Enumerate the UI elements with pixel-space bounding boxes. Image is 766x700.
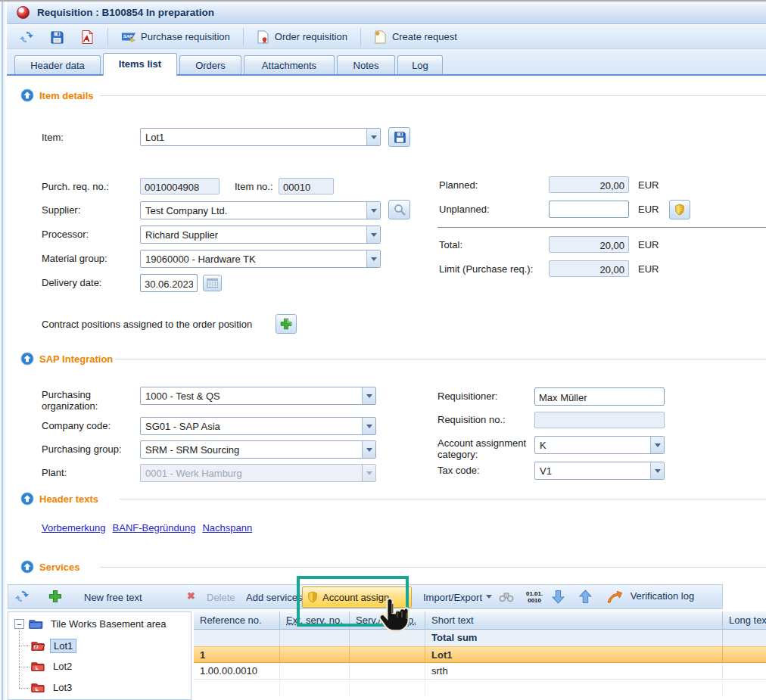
material-group-dropdown[interactable]: 19060000 - Hardware TK: [140, 250, 381, 268]
add-contract-position-button[interactable]: [276, 314, 297, 334]
services-section-header: Services: [20, 560, 80, 574]
processor-dropdown[interactable]: Richard Supplier: [140, 226, 381, 244]
company-code-dropdown[interactable]: SG01 - SAP Asia: [140, 417, 376, 435]
calendar-button[interactable]: [203, 275, 222, 291]
purchasing-group-dropdown[interactable]: SRM - SRM Sourcing: [140, 440, 376, 459]
preview-button[interactable]: [499, 592, 514, 605]
order-requisition-button[interactable]: Order requisition: [252, 28, 352, 46]
save-button[interactable]: [45, 27, 69, 47]
unplanned-field[interactable]: [549, 201, 629, 218]
date-icon[interactable]: 01.01.0010: [526, 590, 543, 604]
move-up-button[interactable]: [579, 590, 592, 606]
chevron-down-icon[interactable]: [362, 387, 375, 404]
item-no-field[interactable]: [279, 178, 334, 194]
chevron-down-icon[interactable]: [366, 226, 380, 243]
section-up-icon[interactable]: [20, 492, 34, 506]
chevron-down-icon[interactable]: [650, 437, 664, 453]
sap-icon: SAP: [121, 30, 136, 45]
tab-notes[interactable]: Notes: [337, 55, 395, 74]
column-header-serv-mat-no[interactable]: Serv./Mat. no.: [350, 611, 425, 630]
section-up-icon[interactable]: [20, 89, 34, 102]
account-assign-button[interactable]: Account assign: [302, 586, 412, 608]
section-up-icon[interactable]: [20, 352, 34, 366]
tree-item-lot3[interactable]: Lot3: [31, 681, 75, 694]
account-assignment-category-label: Account assignment category:: [437, 437, 536, 460]
chevron-down-icon: [362, 465, 375, 481]
services-toolbar: New free text ✖ Delete Add services Acco…: [8, 584, 723, 609]
refresh-button[interactable]: [14, 27, 39, 47]
tax-code-dropdown[interactable]: V1: [534, 462, 665, 480]
chevron-down-icon[interactable]: [650, 462, 664, 479]
chevron-down-icon[interactable]: [362, 441, 375, 458]
table-row-lot1[interactable]: 1 Lot1: [194, 646, 766, 663]
header-texts-title: Header texts: [39, 493, 98, 505]
chevron-down-icon[interactable]: [366, 202, 380, 219]
tab-log[interactable]: Log: [397, 55, 443, 74]
section-divider: [100, 95, 766, 96]
column-header-short-text[interactable]: Short text: [425, 611, 723, 630]
chevron-down-icon[interactable]: [366, 250, 380, 267]
collapse-icon[interactable]: −: [14, 619, 24, 629]
account-assignment-category-value: K: [535, 437, 650, 453]
account-assign-label: Account assign: [322, 592, 389, 603]
purchasing-org-value: 1000 - Test & QS: [141, 387, 362, 404]
link-vorbemerkung[interactable]: Vorbemerkung: [42, 522, 106, 534]
chevron-down-icon[interactable]: [362, 418, 375, 434]
tree-connector: [19, 667, 30, 667]
section-up-icon[interactable]: [20, 560, 34, 574]
column-header-reference-no[interactable]: Reference no.: [194, 611, 280, 630]
tab-items-list[interactable]: Items list: [103, 53, 177, 76]
requisition-no-field[interactable]: [534, 412, 665, 428]
tab-header-data[interactable]: Header data: [14, 55, 101, 74]
purch-req-no-label: Purch. req. no.:: [42, 181, 109, 192]
item-dropdown-value: Lot1: [141, 129, 366, 145]
tree-item-lot2[interactable]: Lot2: [31, 660, 75, 673]
planned-label: Planned:: [439, 179, 478, 191]
total-field[interactable]: [549, 236, 629, 253]
services-refresh-button[interactable]: [14, 589, 30, 606]
create-request-button[interactable]: Create request: [369, 28, 462, 46]
delivery-date-field[interactable]: [140, 274, 198, 292]
header-texts-section-header: Header texts: [20, 492, 98, 506]
account-assignment-category-dropdown[interactable]: K: [534, 436, 665, 454]
tab-attachments[interactable]: Attachments: [244, 55, 335, 74]
table-header-row: Reference no. Ext. serv. no. Serv./Mat. …: [194, 611, 766, 630]
chevron-down-icon[interactable]: [366, 129, 380, 145]
tree-item-lot1[interactable]: Lot1: [31, 639, 76, 653]
column-header-long-text[interactable]: Long text: [723, 611, 766, 630]
link-banf-begruendung[interactable]: BANF-Begründung: [113, 522, 196, 534]
purchase-requisition-button[interactable]: SAP Purchase requisition: [117, 27, 235, 47]
sap-integration-title: SAP Integration: [39, 353, 113, 365]
planned-field[interactable]: [549, 176, 629, 193]
add-services-button[interactable]: Add services: [246, 592, 302, 603]
column-header-ext-serv-no[interactable]: Ext. serv. no.: [280, 611, 350, 630]
table-row-item[interactable]: 1.00.00.0010 srth: [194, 663, 766, 680]
unplanned-account-assign-button[interactable]: [669, 200, 690, 219]
totals-divider: [437, 227, 766, 228]
link-nachspann[interactable]: Nachspann: [202, 522, 252, 534]
tab-orders[interactable]: Orders: [179, 55, 241, 74]
requisitioner-field[interactable]: [534, 387, 665, 406]
move-down-button[interactable]: [552, 590, 565, 606]
delete-button[interactable]: Delete: [207, 592, 235, 603]
supplier-dropdown[interactable]: Test Company Ltd.: [140, 201, 381, 219]
verification-log-button[interactable]: Verification log: [606, 590, 694, 604]
new-free-text-button[interactable]: New free text: [84, 592, 142, 603]
toolbar-separator: [107, 28, 108, 46]
services-add-button[interactable]: [48, 589, 63, 606]
import-export-button[interactable]: Import/Export: [423, 592, 492, 603]
item-dropdown[interactable]: Lot1: [140, 128, 381, 146]
table-row-total-sum[interactable]: Total sum: [194, 630, 766, 646]
date-icon-line1: 01.01.: [526, 590, 543, 597]
purch-req-no-field[interactable]: [140, 178, 220, 194]
export-pdf-button[interactable]: [75, 27, 99, 47]
main-toolbar: SAP Purchase requisition Order requisiti…: [7, 25, 766, 49]
tree-root-node[interactable]: − Tile Works Basement area: [14, 618, 169, 630]
supplier-search-button[interactable]: [388, 200, 410, 219]
purchasing-org-dropdown[interactable]: 1000 - Test & QS: [140, 387, 376, 405]
window-left-frame: [0, 2, 7, 700]
shield-icon: [307, 591, 318, 603]
limit-field[interactable]: [549, 260, 629, 277]
save-item-button[interactable]: [388, 127, 410, 147]
verification-log-label: Verification log: [631, 590, 695, 602]
